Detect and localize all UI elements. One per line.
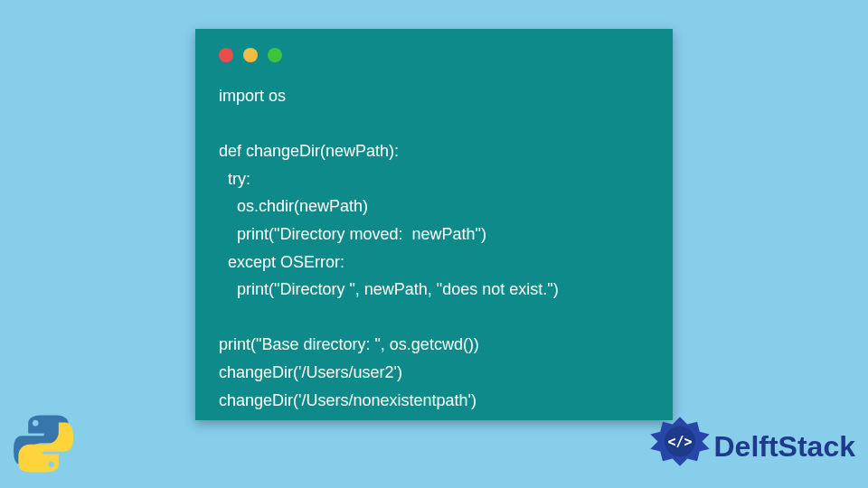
- brand: </> DelftStack: [649, 416, 856, 477]
- traffic-lights: [195, 29, 673, 62]
- python-logo-icon: [10, 410, 77, 477]
- code-line: changeDir('/Users/user2'): [219, 363, 402, 381]
- code-line: os.chdir(newPath): [219, 197, 368, 215]
- svg-text:</>: </>: [667, 434, 692, 450]
- code-window: import os def changeDir(newPath): try: o…: [195, 29, 673, 420]
- code-line: print("Base directory: ", os.getcwd()): [219, 335, 479, 353]
- code-body: import os def changeDir(newPath): try: o…: [195, 62, 673, 430]
- close-icon: [219, 48, 233, 62]
- maximize-icon: [268, 48, 282, 62]
- code-line: def changeDir(newPath):: [219, 142, 399, 160]
- minimize-icon: [243, 48, 258, 62]
- code-line: try:: [219, 170, 250, 188]
- code-line: except OSError:: [219, 253, 344, 271]
- code-line: import os: [219, 87, 286, 105]
- code-line: print("Directory moved: newPath"): [219, 225, 486, 243]
- code-line: changeDir('/Users/nonexistentpath'): [219, 391, 476, 409]
- brand-logo-icon: </>: [649, 416, 711, 477]
- brand-name: DelftStack: [714, 430, 856, 464]
- code-line: print("Directory ", newPath, "does not e…: [219, 280, 559, 298]
